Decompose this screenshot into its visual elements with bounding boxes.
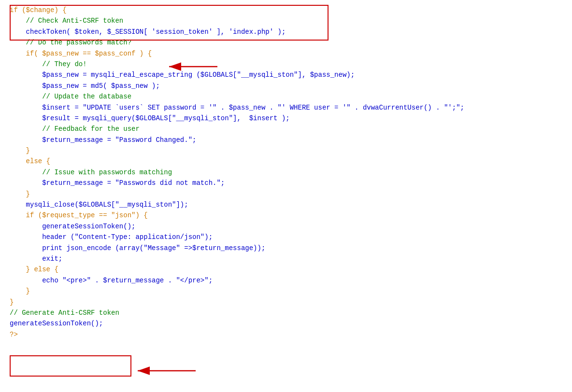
code-line: exit; (10, 253, 562, 264)
code-line: header ("Content-Type: application/json"… (10, 232, 562, 242)
code-line: // Update the database (10, 91, 562, 102)
code-block: if ($change) { // Check Anti-CSRF token … (10, 5, 562, 340)
code-line: $return_message = "Password Changed."; (10, 135, 562, 145)
code-line: generateSessionToken(); (10, 318, 562, 329)
code-line: ?> (10, 329, 562, 340)
code-line: $pass_new = md5( $pass_new ); (10, 81, 562, 91)
code-line: } (10, 189, 562, 199)
code-line: } (10, 297, 562, 308)
code-line: // Feedback for the user (10, 124, 562, 134)
code-line: if ($change) { (10, 5, 562, 15)
code-line: generateSessionToken(); (10, 221, 562, 232)
code-line: // Generate Anti-CSRF token (10, 308, 562, 318)
arrow-bottom (133, 361, 200, 384)
code-line: echo "<pre>" . $return_message . "</pre>… (10, 275, 562, 286)
code-line: } else { (10, 264, 562, 275)
code-line: } (10, 145, 562, 156)
code-line: $insert = "UPDATE `users` SET password =… (10, 102, 562, 113)
code-line: print json_encode (array("Message" =>$re… (10, 243, 562, 253)
code-line: $return_message = "Passwords did not mat… (10, 178, 562, 188)
code-line: if( $pass_new == $pass_conf ) { (10, 48, 562, 59)
code-line: // They do! (10, 59, 562, 70)
code-container: if ($change) { // Check Anti-CSRF token … (10, 5, 562, 386)
code-line: // Issue with passwords matching (10, 167, 562, 178)
code-line: checkToken( $token, $_SESSION[ 'session_… (10, 27, 562, 37)
code-line: // Do the passwords match? (10, 37, 562, 48)
code-line: mysqli_close($GLOBALS["__mysqli_ston"]); (10, 199, 562, 210)
code-line: $result = mysqli_query($GLOBALS["__mysql… (10, 113, 562, 124)
code-line: } (10, 286, 562, 296)
code-line: if ($request_type == "json") { (10, 210, 562, 221)
code-line: // Check Anti-CSRF token (10, 15, 562, 26)
code-line: $pass_new = mysqli_real_escape_string ($… (10, 70, 562, 80)
highlight-box-bottom (10, 355, 131, 377)
code-line: else { (10, 156, 562, 167)
